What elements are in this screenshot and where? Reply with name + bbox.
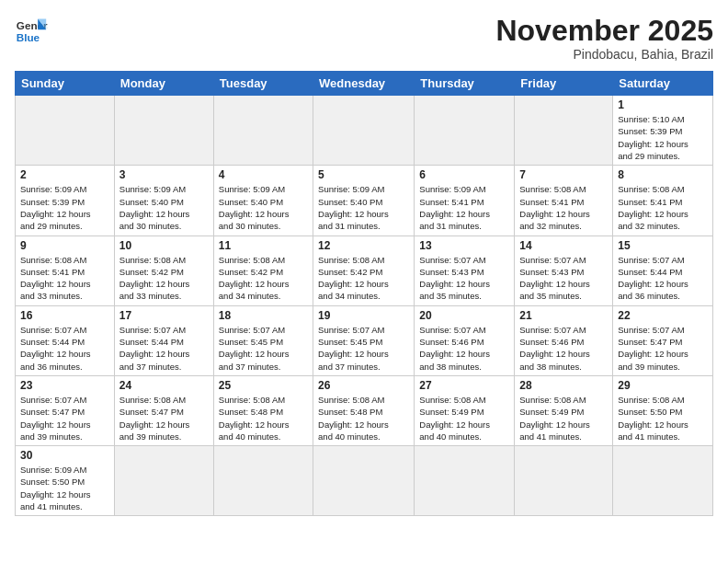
day-info: Sunrise: 5:09 AM Sunset: 5:39 PM Dayligh… <box>20 183 109 232</box>
calendar-cell <box>415 446 515 516</box>
day-info: Sunrise: 5:07 AM Sunset: 5:45 PM Dayligh… <box>318 324 409 373</box>
day-info: Sunrise: 5:08 AM Sunset: 5:41 PM Dayligh… <box>20 254 109 303</box>
calendar-cell: 3Sunrise: 5:09 AM Sunset: 5:40 PM Daylig… <box>114 166 213 236</box>
calendar-cell: 7Sunrise: 5:08 AM Sunset: 5:41 PM Daylig… <box>515 166 613 236</box>
calendar-cell: 11Sunrise: 5:08 AM Sunset: 5:42 PM Dayli… <box>213 236 313 305</box>
day-number: 29 <box>618 379 708 392</box>
day-info: Sunrise: 5:07 AM Sunset: 5:44 PM Dayligh… <box>618 254 708 303</box>
day-number: 27 <box>419 379 509 392</box>
calendar-table: Sunday Monday Tuesday Wednesday Thursday… <box>15 71 713 516</box>
calendar-cell: 24Sunrise: 5:08 AM Sunset: 5:47 PM Dayli… <box>114 375 213 445</box>
logo-icon: General Blue <box>15 15 48 48</box>
day-number: 15 <box>618 239 708 252</box>
calendar-cell: 4Sunrise: 5:09 AM Sunset: 5:40 PM Daylig… <box>213 166 313 236</box>
calendar-cell <box>114 446 213 516</box>
logo: General Blue <box>15 15 48 48</box>
day-info: Sunrise: 5:08 AM Sunset: 5:49 PM Dayligh… <box>519 394 608 442</box>
day-number: 24 <box>119 379 209 392</box>
day-info: Sunrise: 5:08 AM Sunset: 5:50 PM Dayligh… <box>618 394 708 442</box>
day-number: 21 <box>519 309 608 322</box>
day-number: 2 <box>20 168 109 181</box>
day-info: Sunrise: 5:10 AM Sunset: 5:39 PM Dayligh… <box>618 113 708 162</box>
calendar-cell: 5Sunrise: 5:09 AM Sunset: 5:40 PM Daylig… <box>313 166 415 236</box>
month-title: November 2025 <box>495 15 713 47</box>
calendar-cell: 23Sunrise: 5:07 AM Sunset: 5:47 PM Dayli… <box>16 375 115 445</box>
calendar-cell: 17Sunrise: 5:07 AM Sunset: 5:44 PM Dayli… <box>114 305 213 375</box>
calendar-cell <box>213 96 313 166</box>
day-number: 11 <box>219 239 308 252</box>
calendar-cell <box>313 446 415 516</box>
calendar-cell: 1Sunrise: 5:10 AM Sunset: 5:39 PM Daylig… <box>613 96 713 166</box>
day-info: Sunrise: 5:07 AM Sunset: 5:47 PM Dayligh… <box>20 394 109 442</box>
day-info: Sunrise: 5:08 AM Sunset: 5:48 PM Dayligh… <box>318 394 409 442</box>
calendar-week-0: 1Sunrise: 5:10 AM Sunset: 5:39 PM Daylig… <box>16 96 713 166</box>
subtitle: Pindobacu, Bahia, Brazil <box>495 47 713 62</box>
calendar-cell: 2Sunrise: 5:09 AM Sunset: 5:39 PM Daylig… <box>16 166 115 236</box>
calendar-cell: 13Sunrise: 5:07 AM Sunset: 5:43 PM Dayli… <box>415 236 515 305</box>
day-number: 17 <box>119 309 209 322</box>
calendar-cell: 19Sunrise: 5:07 AM Sunset: 5:45 PM Dayli… <box>313 305 415 375</box>
calendar-cell: 21Sunrise: 5:07 AM Sunset: 5:46 PM Dayli… <box>515 305 613 375</box>
calendar-cell: 26Sunrise: 5:08 AM Sunset: 5:48 PM Dayli… <box>313 375 415 445</box>
day-info: Sunrise: 5:07 AM Sunset: 5:47 PM Dayligh… <box>618 324 708 373</box>
calendar-cell <box>613 446 713 516</box>
page: General Blue November 2025 Pindobacu, Ba… <box>0 0 728 563</box>
day-info: Sunrise: 5:07 AM Sunset: 5:46 PM Dayligh… <box>519 324 608 373</box>
day-number: 16 <box>20 309 109 322</box>
day-info: Sunrise: 5:07 AM Sunset: 5:43 PM Dayligh… <box>419 254 509 303</box>
day-info: Sunrise: 5:07 AM Sunset: 5:46 PM Dayligh… <box>419 324 509 373</box>
day-number: 28 <box>519 379 608 392</box>
day-info: Sunrise: 5:08 AM Sunset: 5:41 PM Dayligh… <box>519 183 608 232</box>
calendar-cell: 27Sunrise: 5:08 AM Sunset: 5:49 PM Dayli… <box>415 375 515 445</box>
day-info: Sunrise: 5:07 AM Sunset: 5:44 PM Dayligh… <box>20 324 109 373</box>
day-info: Sunrise: 5:08 AM Sunset: 5:47 PM Dayligh… <box>119 394 209 442</box>
calendar-week-3: 16Sunrise: 5:07 AM Sunset: 5:44 PM Dayli… <box>16 305 713 375</box>
title-block: November 2025 Pindobacu, Bahia, Brazil <box>495 15 713 62</box>
day-number: 7 <box>519 168 608 181</box>
day-info: Sunrise: 5:07 AM Sunset: 5:43 PM Dayligh… <box>519 254 608 303</box>
calendar-week-4: 23Sunrise: 5:07 AM Sunset: 5:47 PM Dayli… <box>16 375 713 445</box>
day-info: Sunrise: 5:07 AM Sunset: 5:45 PM Dayligh… <box>219 324 308 373</box>
calendar-cell: 22Sunrise: 5:07 AM Sunset: 5:47 PM Dayli… <box>613 305 713 375</box>
day-number: 30 <box>20 449 109 462</box>
svg-text:Blue: Blue <box>17 31 40 43</box>
day-number: 10 <box>119 239 209 252</box>
day-number: 14 <box>519 239 608 252</box>
day-number: 20 <box>419 309 509 322</box>
day-number: 22 <box>618 309 708 322</box>
calendar-cell: 6Sunrise: 5:09 AM Sunset: 5:41 PM Daylig… <box>415 166 515 236</box>
calendar-cell: 16Sunrise: 5:07 AM Sunset: 5:44 PM Dayli… <box>16 305 115 375</box>
day-info: Sunrise: 5:07 AM Sunset: 5:44 PM Dayligh… <box>119 324 209 373</box>
day-info: Sunrise: 5:09 AM Sunset: 5:40 PM Dayligh… <box>219 183 308 232</box>
day-number: 18 <box>219 309 308 322</box>
calendar-week-1: 2Sunrise: 5:09 AM Sunset: 5:39 PM Daylig… <box>16 166 713 236</box>
calendar-cell <box>114 96 213 166</box>
calendar-cell <box>415 96 515 166</box>
day-number: 4 <box>219 168 308 181</box>
calendar-cell: 20Sunrise: 5:07 AM Sunset: 5:46 PM Dayli… <box>415 305 515 375</box>
day-info: Sunrise: 5:08 AM Sunset: 5:48 PM Dayligh… <box>219 394 308 442</box>
day-number: 19 <box>318 309 409 322</box>
day-number: 23 <box>20 379 109 392</box>
calendar-cell <box>515 446 613 516</box>
header-wednesday: Wednesday <box>313 72 415 96</box>
header-saturday: Saturday <box>613 72 713 96</box>
day-number: 1 <box>618 98 708 111</box>
calendar-cell: 18Sunrise: 5:07 AM Sunset: 5:45 PM Dayli… <box>213 305 313 375</box>
header-tuesday: Tuesday <box>213 72 313 96</box>
day-info: Sunrise: 5:08 AM Sunset: 5:41 PM Dayligh… <box>618 183 708 232</box>
day-info: Sunrise: 5:09 AM Sunset: 5:41 PM Dayligh… <box>419 183 509 232</box>
header-thursday: Thursday <box>415 72 515 96</box>
day-number: 25 <box>219 379 308 392</box>
day-number: 26 <box>318 379 409 392</box>
calendar-week-2: 9Sunrise: 5:08 AM Sunset: 5:41 PM Daylig… <box>16 236 713 305</box>
day-number: 3 <box>119 168 209 181</box>
calendar-cell: 9Sunrise: 5:08 AM Sunset: 5:41 PM Daylig… <box>16 236 115 305</box>
day-number: 9 <box>20 239 109 252</box>
calendar-cell <box>313 96 415 166</box>
calendar-cell: 30Sunrise: 5:09 AM Sunset: 5:50 PM Dayli… <box>16 446 115 516</box>
day-number: 5 <box>318 168 409 181</box>
day-info: Sunrise: 5:09 AM Sunset: 5:40 PM Dayligh… <box>318 183 409 232</box>
day-number: 8 <box>618 168 708 181</box>
calendar-cell: 10Sunrise: 5:08 AM Sunset: 5:42 PM Dayli… <box>114 236 213 305</box>
